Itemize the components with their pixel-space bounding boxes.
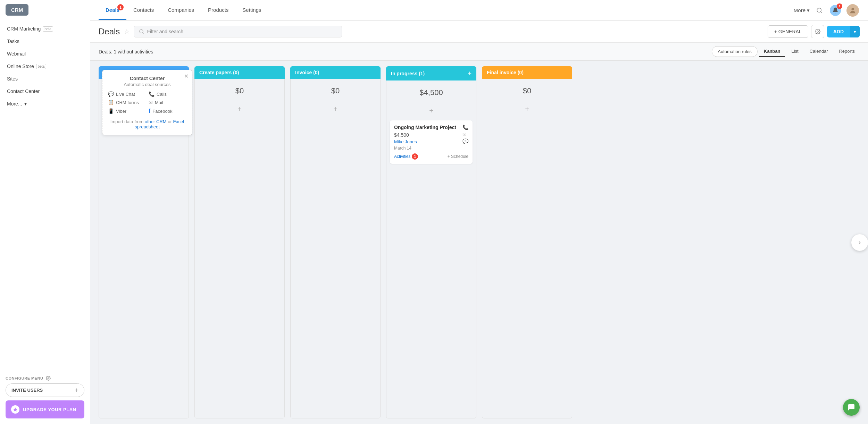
user-icon: [849, 7, 857, 14]
popup-item-viber[interactable]: 📱 Viber: [108, 108, 146, 114]
mail-icon: ✉: [149, 100, 153, 105]
view-options: Automation rules Kanban List Calendar Re…: [712, 46, 860, 57]
tab-contacts[interactable]: Contacts: [126, 1, 161, 20]
add-deal-button-progress[interactable]: +: [390, 104, 473, 118]
sidebar-item-more[interactable]: More... ▾: [0, 97, 90, 110]
sidebar-item-tasks[interactable]: Tasks: [0, 35, 90, 48]
live-chat-icon: 💬: [108, 91, 114, 97]
search-bar: [134, 26, 342, 37]
svg-point-4: [140, 29, 143, 33]
svg-line-2: [820, 11, 821, 12]
col-header-final-invoice: Final invoice (0): [482, 66, 572, 79]
chat-icon[interactable]: 💬: [462, 138, 468, 144]
popup-footer: Import data from other CRM or Excel spre…: [108, 119, 186, 129]
more-dropdown[interactable]: More ▾: [794, 7, 810, 14]
col-body-final-invoice: $0 +: [482, 79, 572, 418]
kanban-column-in-progress: In progress (1) + $4,500 + 📞 ✉ 💬: [386, 66, 476, 418]
popup-subtitle: Automatic deal sources: [108, 82, 186, 87]
scroll-right-button[interactable]: ›: [851, 234, 868, 251]
sub-header: Deals: 1 without activities Automation r…: [90, 43, 868, 61]
col-amount-create-papers: $0: [198, 82, 281, 100]
header-actions: + GENERAL ADD ▾: [768, 25, 860, 38]
upgrade-icon: [11, 405, 19, 414]
activities-link[interactable]: Activities 1: [394, 153, 418, 160]
sidebar: CRM CRM Marketing beta Tasks Webmail Onl…: [0, 0, 90, 424]
user-avatar[interactable]: [846, 3, 860, 17]
deal-card-icons: 📞 ✉ 💬: [462, 125, 468, 144]
sidebar-item-sites[interactable]: Sites: [0, 73, 90, 85]
invite-users-button[interactable]: INVITE USERS +: [6, 383, 84, 397]
deal-card-date: March 14: [394, 146, 468, 151]
tab-settings[interactable]: Settings: [235, 1, 268, 20]
content-area: Deals ☆ + GENERAL ADD ▾: [90, 21, 868, 424]
add-main-button[interactable]: ADD: [827, 26, 850, 37]
popup-item-crm-forms[interactable]: 📋 CRM forms: [108, 100, 146, 105]
schedule-link[interactable]: + Schedule: [448, 154, 468, 159]
deal-card-footer: Activities 1 + Schedule: [394, 153, 468, 160]
sidebar-item-crm-marketing[interactable]: CRM Marketing beta: [0, 23, 90, 35]
crm-logo-button[interactable]: CRM: [6, 4, 28, 16]
viber-icon: 📱: [108, 108, 114, 114]
view-kanban-button[interactable]: Kanban: [759, 46, 785, 57]
add-deal-button-invoice[interactable]: +: [294, 102, 377, 116]
top-nav-right: More ▾ 1: [794, 3, 860, 17]
svg-point-6: [817, 31, 818, 32]
col-body-create-papers: $0 +: [194, 79, 285, 418]
deals-count-badge: 1: [114, 49, 117, 54]
view-reports-button[interactable]: Reports: [834, 46, 860, 57]
crown-icon: [13, 407, 18, 412]
col-header-invoice: Invoice (0): [290, 66, 381, 79]
col-body-in-progress: $4,500 + 📞 ✉ 💬 Ongoing Marketing Project…: [386, 80, 476, 418]
tab-companies[interactable]: Companies: [161, 1, 201, 20]
other-crm-link[interactable]: other CRM: [145, 119, 167, 124]
sidebar-bottom: CONFIGURE MENU INVITE USERS + UPGRADE YO…: [0, 370, 90, 424]
add-button-group: ADD ▾: [827, 26, 860, 37]
float-chat-button[interactable]: [843, 399, 860, 416]
deals-count-label: Deals: 1 without activities: [99, 49, 153, 54]
notification-badge: 1: [837, 3, 842, 9]
top-navigation: Deals 1 Contacts Companies Products Sett…: [90, 0, 868, 21]
tab-products[interactable]: Products: [201, 1, 235, 20]
settings-gear-button[interactable]: [811, 25, 824, 38]
popup-item-mail[interactable]: ✉ Mail: [149, 100, 186, 105]
search-bar-icon: [139, 29, 144, 34]
configure-menu-label[interactable]: CONFIGURE MENU: [6, 373, 84, 383]
popup-item-calls[interactable]: 📞 Calls: [149, 91, 186, 97]
sidebar-item-online-store[interactable]: Online Store beta: [0, 60, 90, 73]
facebook-icon: f: [149, 108, 150, 114]
svg-point-0: [48, 378, 49, 379]
sidebar-item-webmail[interactable]: Webmail: [0, 48, 90, 60]
col-header-in-progress: In progress (1) +: [386, 66, 476, 80]
sidebar-item-contact-center[interactable]: Contact Center: [0, 85, 90, 97]
search-icon-button[interactable]: [814, 5, 825, 16]
add-deal-button-final[interactable]: +: [486, 102, 568, 116]
add-dropdown-button[interactable]: ▾: [850, 26, 860, 37]
deal-card-title: Ongoing Marketing Project: [394, 125, 468, 130]
crm-forms-icon: 📋: [108, 100, 114, 105]
add-deal-button-create[interactable]: +: [198, 102, 281, 116]
kanban-column-new: New (0) $0 + Quick Deal ✕ Contact Center…: [99, 66, 189, 418]
search-input[interactable]: [147, 29, 337, 34]
kanban-column-final-invoice: Final invoice (0) $0 +: [482, 66, 572, 418]
view-calendar-button[interactable]: Calendar: [805, 46, 833, 57]
notification-avatar[interactable]: 1: [829, 4, 842, 17]
col-add-icon[interactable]: +: [468, 70, 471, 77]
view-list-button[interactable]: List: [786, 46, 803, 57]
general-button[interactable]: + GENERAL: [768, 25, 808, 38]
favorite-star-icon[interactable]: ☆: [124, 28, 130, 35]
deal-card-contact[interactable]: Mike Jones: [394, 139, 468, 144]
tab-deals[interactable]: Deals 1: [99, 1, 126, 20]
popup-item-live-chat[interactable]: 💬 Live Chat: [108, 91, 146, 97]
popup-item-facebook[interactable]: f Facebook: [149, 108, 186, 114]
search-icon: [816, 7, 823, 14]
deal-card: 📞 ✉ 💬 Ongoing Marketing Project $4,500 M…: [390, 120, 473, 164]
svg-point-1: [817, 8, 821, 12]
settings-gear-icon: [815, 29, 820, 34]
kanban-column-invoice: Invoice (0) $0 +: [290, 66, 381, 418]
popup-close-button[interactable]: ✕: [184, 73, 189, 79]
upgrade-plan-button[interactable]: UPGRADE YOUR PLAN: [6, 400, 84, 418]
email-icon[interactable]: ✉: [462, 132, 468, 137]
col-amount-in-progress: $4,500: [390, 84, 473, 101]
automation-rules-button[interactable]: Automation rules: [712, 46, 758, 57]
phone-icon[interactable]: 📞: [462, 125, 468, 130]
